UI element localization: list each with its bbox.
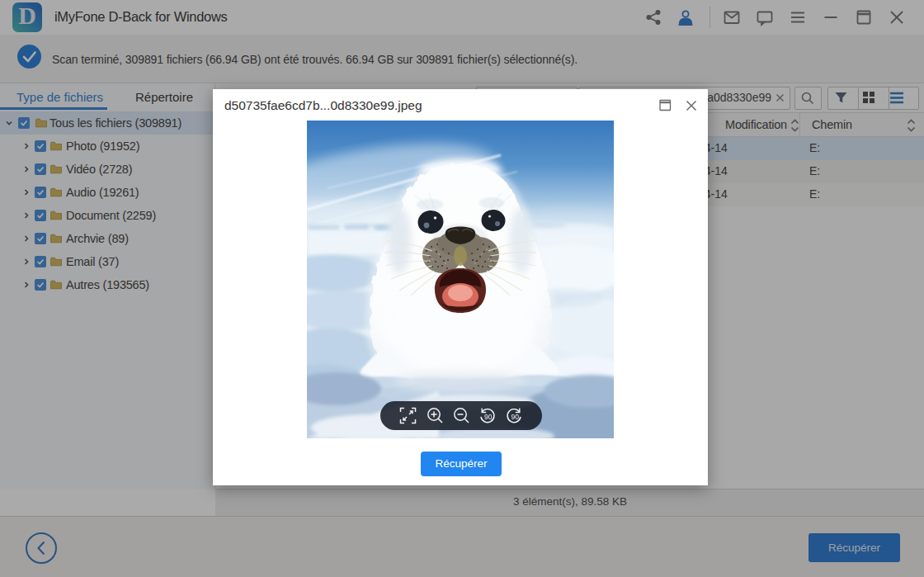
svg-text:90: 90 [512,413,520,421]
svg-text:90: 90 [484,413,493,421]
